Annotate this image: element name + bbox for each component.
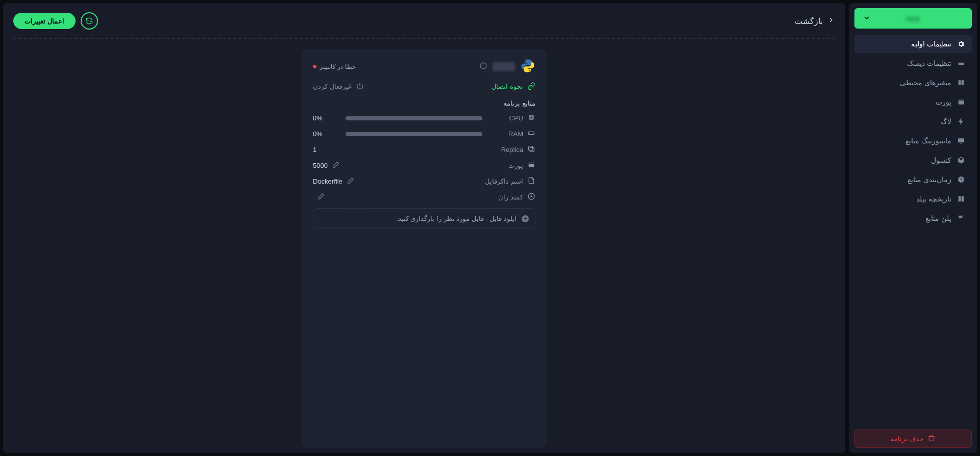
edit-port-button[interactable] bbox=[332, 161, 340, 170]
connection-link[interactable]: نحوه اتصال bbox=[492, 82, 535, 90]
ram-row: RAM 0% bbox=[313, 129, 535, 139]
command-row: کمند ران bbox=[313, 192, 535, 202]
sidebar-item-scheduling[interactable]: زمان‌بندی منابع bbox=[854, 170, 972, 189]
project-selector[interactable]: app bbox=[854, 8, 972, 29]
svg-rect-2 bbox=[959, 80, 961, 85]
connection-link-label: نحوه اتصال bbox=[492, 83, 523, 90]
link-icon bbox=[527, 82, 535, 90]
clock-icon bbox=[957, 175, 966, 184]
top-actions: اعمال تغییرات bbox=[13, 12, 98, 30]
cpu-bar bbox=[346, 116, 482, 120]
card-header-right: app ? bbox=[479, 58, 535, 75]
upload-dropzone[interactable]: + آپلود فایل - فایل مورد نظر را بارگذاری… bbox=[313, 208, 535, 229]
replica-icon bbox=[527, 145, 535, 155]
ram-icon bbox=[527, 129, 535, 139]
ram-label: RAM bbox=[508, 130, 523, 138]
status-label: خطا در کانتینر bbox=[320, 63, 356, 70]
main: بازگشت اعمال تغییرات app ? bbox=[3, 3, 845, 453]
book-icon bbox=[957, 195, 966, 203]
cpu-value: 0% bbox=[313, 114, 338, 122]
sidebar-item-disk-settings[interactable]: تنظیمات دیسک bbox=[854, 54, 972, 72]
sidebar-item-port[interactable]: پورت bbox=[854, 93, 972, 111]
sidebar-item-initial-settings[interactable]: تنظیمات اولیه bbox=[854, 35, 972, 53]
replica-value: 1 bbox=[313, 146, 316, 154]
svg-rect-5 bbox=[959, 99, 964, 101]
svg-rect-7 bbox=[960, 143, 962, 143]
sidebar-item-resource-plan[interactable]: پلن منابع bbox=[854, 209, 972, 227]
svg-rect-6 bbox=[958, 138, 964, 142]
sidebar-item-label: کنسول bbox=[931, 156, 951, 164]
sidebar-item-label: پلن منابع bbox=[925, 214, 951, 222]
help-icon[interactable]: ? bbox=[479, 62, 487, 71]
sidebar-item-monitoring[interactable]: مانیتورینگ منابع bbox=[854, 132, 972, 150]
ram-value: 0% bbox=[313, 130, 338, 138]
svg-rect-18 bbox=[529, 162, 534, 164]
sidebar-item-label: پورت bbox=[936, 98, 951, 106]
play-icon bbox=[527, 192, 535, 202]
sidebar-item-label: لاگ bbox=[941, 117, 951, 125]
edit-dockerfile-button[interactable] bbox=[347, 176, 355, 186]
replica-label: Replica bbox=[501, 146, 523, 154]
disk-icon bbox=[957, 59, 966, 67]
gear-icon bbox=[957, 40, 966, 48]
python-icon bbox=[520, 58, 535, 75]
svg-rect-9 bbox=[929, 436, 934, 441]
port-value: 5000 bbox=[313, 162, 328, 169]
sidebar-item-label: تاریخچه بیلد bbox=[916, 195, 951, 203]
box-icon bbox=[957, 156, 966, 164]
app-name: app bbox=[493, 62, 515, 71]
sidebar-item-log[interactable]: لاگ bbox=[854, 112, 972, 131]
power-icon bbox=[356, 82, 364, 90]
port-label: پورت bbox=[508, 162, 523, 169]
delete-app-label: حذف برنامه bbox=[891, 435, 924, 443]
trash-icon bbox=[927, 434, 936, 444]
svg-rect-12 bbox=[529, 115, 533, 119]
disable-button[interactable]: غیرفعال کردن bbox=[313, 82, 364, 90]
plus-icon: + bbox=[522, 215, 529, 222]
sidebar-item-label: متغیرهای محیطی bbox=[900, 79, 951, 87]
monitor-icon bbox=[957, 137, 966, 145]
refresh-icon bbox=[85, 17, 93, 25]
ram-bar bbox=[346, 132, 482, 136]
resources-title: منابع برنامه bbox=[313, 99, 535, 107]
sidebar-item-label: تنظیمات اولیه bbox=[911, 40, 951, 48]
sidebar: app تنظیمات اولیه تنظیمات دیسک متغیرهای … bbox=[849, 3, 977, 453]
back-button[interactable]: بازگشت bbox=[795, 16, 835, 26]
replica-row: Replica 1 bbox=[313, 145, 535, 155]
columns-icon bbox=[957, 79, 966, 87]
cpu-icon bbox=[527, 113, 535, 123]
svg-rect-16 bbox=[530, 147, 534, 151]
sidebar-item-label: تنظیمات دیسک bbox=[907, 59, 951, 67]
topbar: بازگشت اعمال تغییرات bbox=[13, 12, 835, 39]
dockerfile-row: اسم داکرفایل Dockerfile bbox=[313, 176, 535, 186]
status-badge: خطا در کانتینر bbox=[313, 63, 356, 70]
port-row: پورت 5000 bbox=[313, 161, 535, 170]
chevron-right-icon bbox=[827, 16, 835, 26]
settings-card: app ? خطا در کانتینر نحوه اتصال bbox=[302, 49, 547, 448]
delete-app-button[interactable]: حذف برنامه bbox=[854, 429, 972, 448]
edit-command-button[interactable] bbox=[317, 192, 325, 202]
cpu-row: CPU 0% bbox=[313, 113, 535, 123]
svg-point-1 bbox=[960, 64, 960, 64]
command-label: کمند ران bbox=[498, 193, 523, 201]
svg-rect-15 bbox=[529, 146, 533, 150]
sidebar-item-build-history[interactable]: تاریخچه بیلد bbox=[854, 190, 972, 208]
project-name: app bbox=[906, 14, 920, 22]
svg-text:?: ? bbox=[482, 64, 484, 68]
dockerfile-label: اسم داکرفایل bbox=[485, 178, 523, 185]
upload-label: آپلود فایل - فایل مورد نظر را بارگذاری ک… bbox=[396, 215, 517, 222]
window-icon bbox=[957, 98, 966, 106]
svg-rect-0 bbox=[959, 63, 964, 65]
apply-changes-button[interactable]: اعمال تغییرات bbox=[13, 13, 76, 29]
sidebar-item-env-vars[interactable]: متغیرهای محیطی bbox=[854, 73, 972, 92]
dockerfile-value: Dockerfile bbox=[313, 178, 342, 185]
sidebar-item-console[interactable]: کنسول bbox=[854, 151, 972, 169]
cpu-label: CPU bbox=[509, 114, 523, 122]
refresh-button[interactable] bbox=[81, 12, 98, 30]
disable-label: غیرفعال کردن bbox=[313, 83, 352, 90]
sidebar-nav: تنظیمات اولیه تنظیمات دیسک متغیرهای محیط… bbox=[854, 35, 972, 227]
status-dot-icon bbox=[313, 65, 316, 68]
bolt-icon bbox=[957, 117, 966, 125]
sidebar-item-label: زمان‌بندی منابع bbox=[908, 175, 951, 184]
svg-rect-14 bbox=[529, 132, 534, 134]
